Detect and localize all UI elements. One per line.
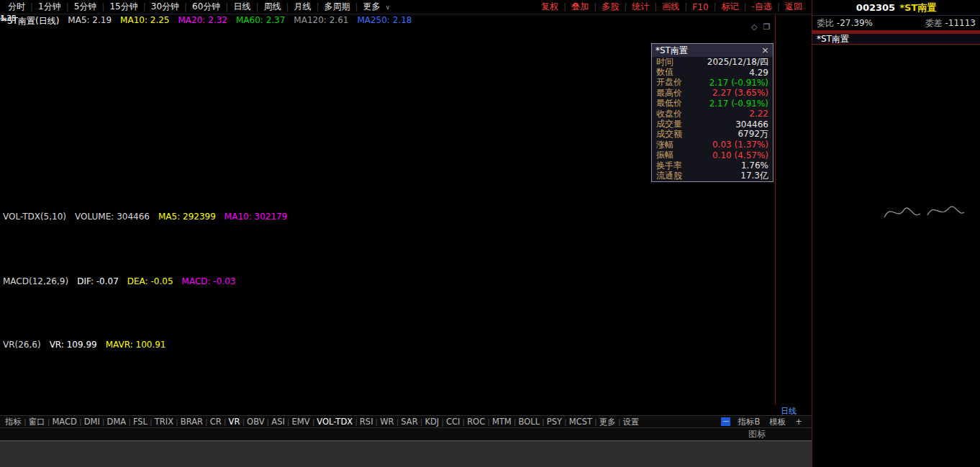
chevron-down-icon: ∨ bbox=[386, 4, 391, 11]
menu-item-标记[interactable]: 标记 bbox=[718, 1, 743, 13]
tab-ASI[interactable]: ASI bbox=[269, 417, 287, 427]
tab-DMI[interactable]: DMI bbox=[82, 417, 102, 427]
popup-row-value: 2.22 bbox=[749, 109, 768, 119]
menu-separator: | bbox=[66, 2, 69, 12]
minimize-icon[interactable]: — bbox=[721, 417, 730, 426]
menu-item-5分钟[interactable]: 5分钟 bbox=[71, 1, 101, 13]
menu-item-日线[interactable]: 日线 bbox=[230, 1, 254, 13]
volume-header-part: VOL-TDX(5,10) bbox=[3, 212, 66, 222]
vr-header-part: MAVR: 100.91 bbox=[106, 340, 166, 350]
menu-separator: | bbox=[255, 2, 258, 12]
main-chart-header: *ST南置(日线) MA5: 2.19MA10: 2.25MA20: 2.32M… bbox=[3, 15, 412, 27]
menu-item-30分钟[interactable]: 30分钟 bbox=[148, 1, 183, 13]
ma-label: MA120: 2.61 bbox=[294, 15, 348, 27]
tab-TRIX[interactable]: TRIX bbox=[153, 417, 176, 427]
stock-name: *ST南置 bbox=[899, 1, 936, 14]
menu-separator: | bbox=[184, 2, 187, 12]
popup-row-value: 0.10 (4.57%) bbox=[712, 150, 768, 160]
intraday-mini-chart bbox=[812, 45, 980, 467]
menu-separator: | bbox=[143, 2, 146, 12]
tab-FSL[interactable]: FSL bbox=[131, 417, 150, 427]
tab-CCI[interactable]: CCI bbox=[444, 417, 462, 427]
menu-item-叠加[interactable]: 叠加 bbox=[568, 1, 592, 13]
menu-separator: | bbox=[563, 2, 566, 12]
tab-KDJ[interactable]: KDJ bbox=[422, 417, 441, 427]
popup-title-bar[interactable]: *ST南置 × bbox=[652, 44, 773, 57]
menu-item-更多[interactable]: 更多 bbox=[360, 1, 384, 13]
plus-icon[interactable]: + bbox=[793, 417, 804, 427]
weibi-value: -27.39% bbox=[837, 18, 873, 28]
window-icon[interactable]: ❐ bbox=[763, 22, 770, 32]
tab-BRAR[interactable]: BRAR bbox=[178, 417, 205, 427]
menu-item-多股[interactable]: 多股 bbox=[598, 1, 622, 13]
tab-窗口[interactable]: 窗口 bbox=[27, 417, 47, 427]
bottom-tabbar-right-label[interactable]: 图标 bbox=[748, 428, 809, 440]
tab-VOL-TDX[interactable]: VOL-TDX bbox=[314, 417, 355, 427]
tab-MACD[interactable]: MACD bbox=[50, 417, 78, 427]
menu-item-周线[interactable]: 周线 bbox=[260, 1, 284, 13]
volume-header-part: MA5: 292399 bbox=[158, 212, 216, 222]
ma-label: MA10: 2.25 bbox=[120, 15, 169, 27]
menu-item-返回[interactable]: 返回 bbox=[781, 1, 806, 13]
menu-separator: | bbox=[317, 2, 319, 12]
menu-separator: | bbox=[714, 2, 717, 12]
tab-指标[interactable]: 指标 bbox=[3, 417, 24, 427]
panel-window-controls: ◇ ❐ bbox=[751, 22, 770, 32]
tab-指标B[interactable]: 指标B bbox=[735, 417, 762, 427]
tab-SAR[interactable]: SAR bbox=[399, 417, 419, 427]
ma-label: MA60: 2.37 bbox=[236, 15, 285, 27]
period-menu: 分时|1分钟|5分钟|15分钟|30分钟|60分钟|日线|周线|月线|多周期|更… bbox=[0, 1, 537, 13]
menu-separator: | bbox=[286, 2, 289, 12]
volume-header: VOL-TDX(5,10)VOLUME: 304466MA5: 292399MA… bbox=[3, 212, 287, 222]
tab-CR[interactable]: CR bbox=[208, 417, 224, 427]
tab-OBV[interactable]: OBV bbox=[245, 417, 266, 427]
tab-设置[interactable]: 设置 bbox=[621, 417, 642, 427]
intraday-chart-canvas[interactable] bbox=[812, 45, 980, 227]
mini-chart-title: *ST南置 bbox=[812, 33, 980, 45]
menu-item-1分钟[interactable]: 1分钟 bbox=[35, 1, 65, 13]
menu-item-F10[interactable]: F10 bbox=[689, 2, 712, 12]
tab-VR[interactable]: VR bbox=[227, 417, 242, 427]
diamond-icon[interactable]: ◇ bbox=[751, 22, 757, 32]
popup-row-label: 流通股 bbox=[656, 170, 682, 182]
close-icon[interactable]: × bbox=[761, 46, 769, 55]
tab-更多[interactable]: 更多 bbox=[597, 417, 618, 427]
tab-BOLL[interactable]: BOLL bbox=[517, 417, 543, 427]
tab-WR[interactable]: WR bbox=[378, 417, 396, 427]
tab-DMA[interactable]: DMA bbox=[105, 417, 129, 427]
tab-RSI[interactable]: RSI bbox=[358, 417, 376, 427]
menu-item--自选[interactable]: -自选 bbox=[748, 1, 776, 13]
vr-header: VR(26,6)VR: 109.99MAVR: 100.91 bbox=[3, 340, 166, 350]
tab-EMV[interactable]: EMV bbox=[290, 417, 312, 427]
candle-info-popup: *ST南置 × 时间2025/12/18/四数值4.29开盘价2.17 (-0.… bbox=[651, 43, 773, 182]
macd-header-part: DIF: -0.07 bbox=[77, 276, 119, 286]
indicator-tabbar-right: — 指标B模板+ bbox=[721, 417, 809, 427]
popup-rows: 时间2025/12/18/四数值4.29开盘价2.17 (-0.91%)最高价2… bbox=[652, 57, 773, 181]
tab-模板[interactable]: 模板 bbox=[767, 417, 788, 427]
menu-item-画线[interactable]: 画线 bbox=[658, 1, 683, 13]
popup-row-value: 17.3亿 bbox=[740, 170, 768, 182]
tab-MCST[interactable]: MCST bbox=[567, 417, 594, 427]
menu-item-统计[interactable]: 统计 bbox=[628, 1, 653, 13]
menu-item-多周期[interactable]: 多周期 bbox=[321, 1, 354, 13]
tab-PSY[interactable]: PSY bbox=[545, 417, 564, 427]
menu-item-复权[interactable]: 复权 bbox=[537, 1, 562, 13]
popup-row: 流通股17.3亿 bbox=[652, 171, 773, 181]
indicator-tabs: 指标|窗口|MACD|DMI|DMA|FSL|TRIX|BRAR|CR|VR|O… bbox=[3, 417, 721, 427]
volume-header-part: VOLUME: 304466 bbox=[75, 212, 150, 222]
tab-ROC[interactable]: ROC bbox=[465, 417, 487, 427]
menu-separator: | bbox=[684, 2, 687, 12]
macd-header-part: MACD: -0.03 bbox=[182, 276, 236, 286]
menu-item-60分钟[interactable]: 60分钟 bbox=[189, 1, 224, 13]
commission-ratio-row: 委比 -27.39% 委差 -11113 bbox=[812, 16, 980, 30]
market-status-bar bbox=[0, 440, 812, 467]
tab-MTM[interactable]: MTM bbox=[490, 417, 514, 427]
weicha-pair: 委差 -11113 bbox=[925, 17, 976, 30]
menu-item-月线[interactable]: 月线 bbox=[291, 1, 315, 13]
menu-separator: | bbox=[101, 2, 104, 12]
macd-header-part: DEA: -0.05 bbox=[127, 276, 173, 286]
menu-item-15分钟[interactable]: 15分钟 bbox=[106, 1, 141, 13]
ma-label: MA5: 2.19 bbox=[68, 15, 112, 27]
menu-separator: | bbox=[30, 2, 33, 12]
menu-item-分时[interactable]: 分时 bbox=[4, 1, 29, 13]
